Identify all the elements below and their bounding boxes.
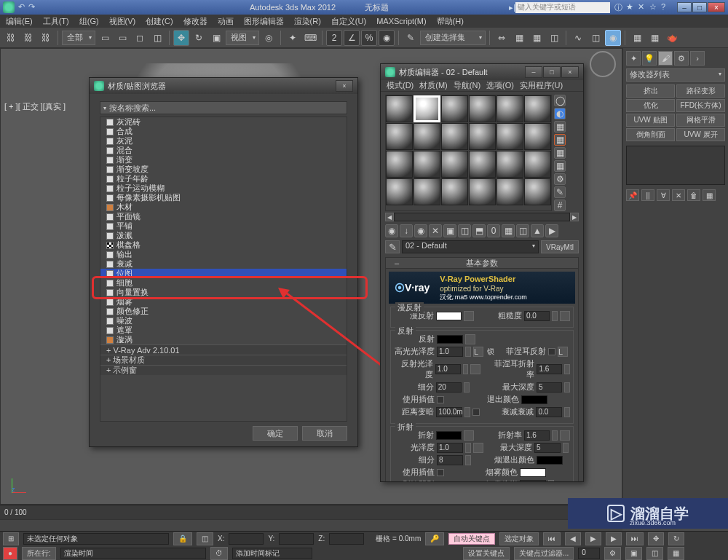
spinner-icon[interactable] bbox=[563, 443, 569, 453]
list-section-vray[interactable]: + V-Ray Adv 2.10.01 bbox=[100, 344, 347, 355]
menu-help[interactable]: 帮助(H) bbox=[437, 16, 464, 27]
x-field[interactable] bbox=[229, 533, 264, 545]
minimize-button[interactable]: – bbox=[677, 2, 692, 12]
spinner-icon[interactable] bbox=[564, 407, 570, 417]
play-next-icon[interactable]: ▶ bbox=[606, 532, 622, 545]
play-prev-icon[interactable]: ◀ bbox=[565, 532, 581, 545]
window-cross-icon[interactable]: ◫ bbox=[149, 30, 165, 46]
subdiv-spinner[interactable]: 20 bbox=[436, 382, 462, 393]
snap-angle-icon[interactable]: ∠ bbox=[344, 30, 360, 46]
link-light-icon[interactable]: ✦ bbox=[626, 51, 641, 66]
mod-uvwunwrap[interactable]: UVW 展开 bbox=[676, 128, 725, 141]
mod-ffd[interactable]: FFD(长方体) bbox=[676, 99, 725, 112]
list-section-sample[interactable]: + 示例窗 bbox=[100, 365, 347, 375]
make-unique-icon[interactable]: ◫ bbox=[458, 224, 471, 237]
me-menu-util[interactable]: 实用程序(U) bbox=[520, 80, 563, 91]
video-check-icon[interactable]: ▦ bbox=[554, 147, 566, 159]
more-tabs-icon[interactable]: › bbox=[690, 51, 705, 66]
menu-group[interactable]: 组(G) bbox=[79, 16, 99, 27]
put-mat-icon[interactable]: ↓ bbox=[400, 224, 413, 237]
lock-icon[interactable]: ∀ bbox=[657, 189, 670, 201]
pin-icon[interactable]: 📌 bbox=[626, 189, 639, 201]
mod-pathdeform[interactable]: 路径变形 bbox=[676, 84, 725, 98]
add-timetag[interactable]: 添加时间标记 bbox=[232, 548, 312, 559]
dimfall-spinner[interactable]: 0.0 bbox=[536, 407, 562, 417]
select-name-icon[interactable]: ▭ bbox=[114, 30, 130, 46]
spinner-icon[interactable] bbox=[463, 364, 469, 374]
ref-coord[interactable]: 视图 bbox=[226, 31, 259, 45]
sample-sphere[interactable] bbox=[386, 178, 413, 205]
exitcolor-swatch[interactable] bbox=[521, 395, 547, 404]
search-input[interactable]: 键入关键字或短语 bbox=[515, 2, 610, 13]
script-cancel-icon[interactable]: ● bbox=[3, 547, 17, 560]
hilight-spinner[interactable]: 1.0 bbox=[437, 347, 463, 357]
sample-sphere[interactable] bbox=[524, 178, 551, 205]
scale-icon[interactable]: ▣ bbox=[208, 30, 224, 46]
rough-map-button[interactable] bbox=[560, 311, 570, 321]
menu-edit[interactable]: 编辑(E) bbox=[6, 16, 33, 27]
restore-button[interactable]: □ bbox=[692, 2, 707, 12]
gloss-map-button[interactable] bbox=[473, 443, 483, 453]
assign-icon[interactable]: ◉ bbox=[414, 224, 427, 237]
autokey-button[interactable]: 自动关键点 bbox=[448, 533, 495, 545]
material-editor-icon[interactable]: ◉ bbox=[605, 30, 621, 46]
pick-mat-icon[interactable]: ✎ bbox=[385, 240, 400, 253]
pivot-icon[interactable]: ◎ bbox=[261, 30, 277, 46]
align-icon[interactable]: ▦ bbox=[511, 30, 527, 46]
graphite-icon[interactable]: ◫ bbox=[546, 30, 562, 46]
fresnel-lock-icon[interactable]: L bbox=[558, 347, 568, 357]
fior-spinner[interactable]: 1.6 bbox=[537, 364, 562, 374]
background-icon[interactable]: ▦ bbox=[554, 121, 566, 133]
refract-swatch[interactable] bbox=[436, 431, 462, 440]
reflect-map-button[interactable] bbox=[465, 334, 475, 344]
layer-icon[interactable]: ▦ bbox=[529, 30, 545, 46]
go-sibling-icon[interactable]: ▶ bbox=[545, 224, 558, 237]
show-end-icon[interactable]: ◫ bbox=[516, 224, 529, 237]
spinner-icon[interactable] bbox=[564, 364, 570, 374]
menu-modifiers[interactable]: 修改器 bbox=[183, 16, 207, 27]
show-end-icon[interactable]: ✕ bbox=[672, 189, 685, 201]
named-sel-edit-icon[interactable]: ✎ bbox=[403, 30, 419, 46]
list-item-bitmap[interactable]: 位图 bbox=[100, 269, 347, 278]
selkey-button[interactable]: 选定对象 bbox=[499, 532, 539, 545]
dim-spinner[interactable]: 100.0m bbox=[436, 407, 462, 417]
mod-extrude[interactable]: 挤出 bbox=[626, 84, 675, 98]
preview-icon[interactable]: ▦ bbox=[554, 160, 566, 172]
sample-sphere[interactable] bbox=[496, 178, 523, 205]
menu-views[interactable]: 视图(V) bbox=[109, 16, 136, 27]
help-icon[interactable]: ? bbox=[661, 2, 671, 12]
iso-sel-icon[interactable]: ◫ bbox=[197, 532, 213, 545]
lock-sel-icon[interactable]: 🔒 bbox=[173, 532, 192, 545]
spinner-icon[interactable] bbox=[465, 347, 471, 357]
named-sel-set[interactable]: 创建选择集 bbox=[420, 31, 486, 45]
star-icon[interactable]: ★ bbox=[626, 2, 636, 12]
select-rect-icon[interactable]: ◻ bbox=[132, 30, 148, 46]
nav-orbit-icon[interactable]: ↻ bbox=[668, 532, 684, 545]
spinner-icon[interactable] bbox=[552, 430, 558, 441]
sample-sphere[interactable] bbox=[441, 95, 468, 122]
curve-editor-icon[interactable]: ∿ bbox=[570, 30, 586, 46]
spinner-icon[interactable] bbox=[564, 382, 570, 393]
sample-sphere[interactable] bbox=[469, 95, 496, 122]
mb-titlebar[interactable]: 材质/贴图浏览器 × bbox=[90, 78, 357, 94]
z-field[interactable] bbox=[329, 533, 364, 545]
rotate-icon[interactable]: ↻ bbox=[191, 30, 207, 46]
show-icon[interactable]: || bbox=[641, 189, 654, 201]
refract-map-button[interactable] bbox=[464, 430, 474, 441]
make-copy-icon[interactable]: ▣ bbox=[443, 224, 456, 237]
favorite-icon[interactable]: ☆ bbox=[649, 2, 660, 12]
remove-icon[interactable]: 🗑 bbox=[687, 189, 700, 201]
sample-sphere[interactable] bbox=[469, 151, 496, 178]
me-titlebar[interactable]: 材质编辑器 - 02 - Default – □ × bbox=[381, 64, 583, 80]
spinner-icon[interactable] bbox=[548, 480, 554, 482]
mat-id-icon[interactable]: 0 bbox=[487, 224, 500, 237]
show-map-icon[interactable]: ▦ bbox=[502, 224, 515, 237]
sample-sphere[interactable] bbox=[414, 178, 440, 205]
sample-sphere[interactable] bbox=[414, 151, 440, 178]
render-icon[interactable]: 🫖 bbox=[664, 30, 680, 46]
link-icon[interactable]: ⛓ bbox=[3, 30, 19, 46]
sample-sphere[interactable] bbox=[469, 123, 496, 150]
interp-check[interactable] bbox=[437, 396, 444, 403]
mb-close-button[interactable]: × bbox=[336, 80, 353, 92]
scroll-left-icon[interactable]: ◀ bbox=[385, 213, 394, 221]
